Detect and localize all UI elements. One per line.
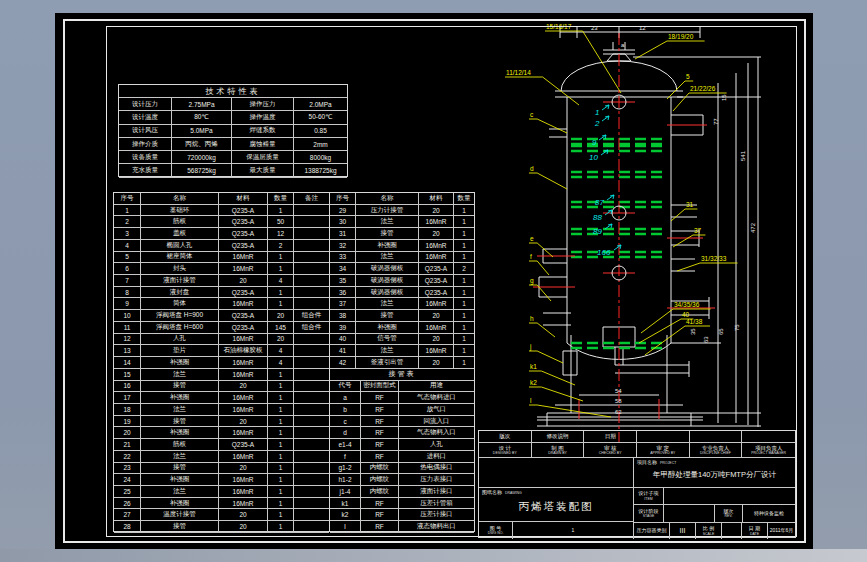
table-cell [294, 298, 329, 310]
table-cell: RF [361, 416, 399, 428]
table-cell [294, 486, 329, 498]
table-cell: 2 [114, 216, 141, 228]
table-cell: 压力计接管 [356, 205, 419, 217]
table-cell: 40 [330, 334, 356, 346]
table-cell: 1 [268, 252, 294, 264]
table-cell: 温度计接管 [141, 509, 219, 521]
table-cell: 1 [268, 486, 294, 498]
table-row: 38接管201 [330, 310, 474, 322]
table-cell: 1 [454, 216, 474, 228]
table-cell: Q235-A [419, 263, 454, 275]
rev-label-en: REV. [725, 514, 733, 518]
title-block-bottom-row: 压力容器类别 III 比 例 SCALE 日 期 DATE 2011年6月 [634, 523, 795, 539]
table-cell: f [330, 451, 361, 463]
table-header-row: 设计压力2.75MPa操作压力2.0MPa [119, 98, 347, 111]
date-label-cell: 日 期 DATE [742, 523, 768, 539]
table-cell: 2.0MPa [294, 98, 347, 111]
tech-table-rows: 设计压力2.75MPa操作压力2.0MPa设计温度80℃操作温度50-60℃设计… [119, 98, 347, 178]
table-cell: 丙烷、丙烯 [172, 138, 232, 151]
table-row: 22法兰16MnR1 [114, 451, 329, 463]
table-row: 11浮阀塔盘 H=600Q235-A145组合件 [114, 322, 329, 334]
project-label: 项目名称 [637, 460, 657, 465]
table-cell: 筋板 [141, 439, 219, 451]
designed-by-cell: 设 计 DESIGNED BY [479, 443, 532, 458]
table-row: 30法兰16MnR1 [330, 216, 474, 228]
table-row: 39补强圈16MnR1 [330, 322, 474, 334]
table-cell: 内螺纹 [361, 463, 399, 475]
table-cell: 法兰 [141, 404, 219, 416]
table-cell: 破涡器侧板 [356, 287, 419, 299]
table-row: 3盖板Q235-A12 [114, 228, 329, 240]
table-cell: 20 [219, 509, 268, 521]
table-cell: 16MnR [419, 322, 454, 334]
table-cell [294, 474, 329, 486]
table-cell [294, 439, 329, 451]
table-cell: 回流入口 [399, 416, 474, 428]
table-row: 7液面计接管204 [114, 275, 329, 287]
date-label-en: DATE [750, 532, 759, 536]
drawing-name-label-en: DRAWING [505, 491, 522, 495]
table-cell: 补强圈 [141, 427, 219, 439]
table-cell: 保温层质量 [232, 151, 294, 164]
table-cell: 法兰 [356, 216, 419, 228]
table-cell: 16MnR [219, 252, 268, 264]
table-cell: 1 [454, 205, 474, 217]
table-row: e1-4RF人孔 [330, 439, 474, 451]
table-row: 19接管201 [114, 416, 329, 428]
checked-by-cell: 审 核 CHECKED BY [584, 443, 637, 458]
table-cell: 16MnR [219, 486, 268, 498]
table-cell: 0.85 [294, 125, 347, 138]
table-row: 28接管201 [114, 521, 329, 533]
table-cell: RF [361, 392, 399, 404]
table-cell: 液面计接口 [399, 486, 474, 498]
cad-drawing-canvas[interactable]: 15/16/1718/19/2011/12/14521/22/26313731/… [55, 13, 813, 549]
table-cell: 9 [114, 298, 141, 310]
table-cell: Q235-A [219, 216, 268, 228]
table-cell: 气态物料入口 [399, 427, 474, 439]
table-row: 5裙座筒体16MnR1 [114, 252, 329, 264]
table-cell: 名称 [356, 193, 419, 205]
table-cell: 接管 [356, 228, 419, 240]
table-cell: 720000kg [172, 151, 232, 164]
table-cell: 4 [268, 345, 294, 357]
table-header-row: 代号密封面型式用途 [330, 381, 474, 393]
table-row: 24补强圈16MnR1 [114, 474, 329, 486]
table-cell: 密封面型式 [361, 381, 399, 393]
table-row: 10浮阀塔盘 H=900Q235-A20组合件 [114, 310, 329, 322]
table-cell [294, 369, 329, 381]
table-cell [294, 216, 329, 228]
table-row: 6封头16MnR1 [114, 263, 329, 275]
table-cell: 代号 [330, 381, 361, 393]
table-cell: 组合件 [294, 310, 329, 322]
table-cell: 26 [114, 498, 141, 510]
table-cell: 材料 [419, 193, 454, 205]
table-cell: 30 [330, 216, 356, 228]
table-cell: 33 [330, 252, 356, 264]
table-cell: 操作温度 [232, 111, 294, 124]
inspection-confirm-cell: 特种设备监检 [743, 505, 795, 521]
table-row: dRF气态物料入口 [330, 427, 474, 439]
scale-value [722, 523, 742, 539]
table-cell: 1 [268, 404, 294, 416]
table-cell: Q235-A [219, 439, 268, 451]
project-manager-cell: 项目负责人 PROJECT MANAGER [742, 443, 795, 458]
table-cell: c [330, 416, 361, 428]
table-cell [294, 463, 329, 475]
table-cell: 进料口 [399, 451, 474, 463]
table-cell: 20 [219, 416, 268, 428]
table-cell: Q235-A [219, 228, 268, 240]
table-cell: Q235-A [219, 205, 268, 217]
table-cell: 信号管 [356, 334, 419, 346]
table-cell: 20 [114, 427, 141, 439]
table-cell: l [330, 521, 361, 533]
table-cell: 1 [268, 439, 294, 451]
nozzle-table-title: 接管表 [330, 369, 474, 381]
rev-cell [690, 431, 743, 443]
table-cell: 石油棉橡胶板 [219, 345, 268, 357]
vessel-class-label: 压力容器类别 [634, 523, 670, 539]
table-cell: 2 [454, 263, 474, 275]
table-cell [294, 509, 329, 521]
title-block-signature-row: 设 计 DESIGNED BY 制 图 DRAWN BY 审 核 CHECKED… [479, 443, 795, 458]
table-cell [294, 521, 329, 533]
table-cell: 法兰 [141, 369, 219, 381]
